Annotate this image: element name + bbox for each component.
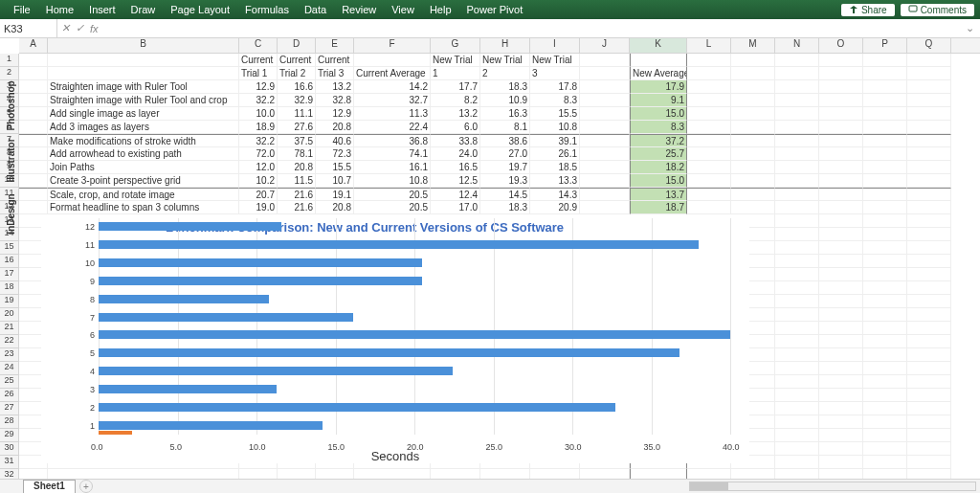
cell[interactable] [731,174,775,188]
cell[interactable] [775,456,819,469]
cell[interactable]: 17.8 [530,80,580,94]
cell[interactable]: 17.9 [630,80,687,94]
cell[interactable]: 8.3 [530,94,580,107]
col-header-C[interactable]: C [239,38,278,53]
cell[interactable] [907,228,951,241]
cell[interactable]: 16.5 [431,161,480,174]
cell[interactable] [19,80,48,94]
cell[interactable]: 18.3 [480,201,530,214]
cell[interactable] [630,54,687,67]
cell[interactable] [19,121,48,134]
cell[interactable]: 13.7 [630,188,687,201]
cell[interactable] [819,80,863,94]
cell[interactable] [819,174,863,188]
comments-button[interactable]: Comments [901,4,974,16]
cell[interactable]: 16.1 [354,161,431,174]
cell[interactable] [907,107,951,121]
cell[interactable]: 27.0 [480,147,530,161]
cell[interactable] [907,54,951,67]
cell[interactable]: 40.6 [316,134,354,147]
cell[interactable] [819,121,863,134]
cell[interactable] [819,322,863,335]
cell[interactable]: 8.1 [480,121,530,134]
cell[interactable]: Scale, crop, and rotate image [48,188,239,201]
cell[interactable] [775,429,819,442]
cell[interactable] [863,348,907,362]
cell[interactable]: Current Average [354,67,431,80]
cell[interactable] [354,469,431,479]
cell[interactable] [775,402,819,415]
menu-formulas[interactable]: Formulas [237,4,297,15]
cell[interactable] [19,174,48,188]
cell[interactable]: 12.5 [431,174,480,188]
cell[interactable]: New Trial [480,54,530,67]
expand-formula-icon[interactable]: ⌄ [960,22,980,34]
cell[interactable] [863,147,907,161]
cell[interactable] [819,161,863,174]
cell[interactable]: 19.1 [316,188,354,201]
column-headers[interactable]: ABCDEFGHIJKLMNOPQ [19,38,980,54]
cell[interactable] [863,134,907,147]
cell[interactable]: 33.8 [431,134,480,147]
cell[interactable] [907,415,951,429]
col-header-B[interactable]: B [48,38,239,53]
cell[interactable] [907,362,951,375]
cell[interactable] [580,67,630,80]
row-header-18[interactable]: 18 [0,281,18,295]
cell[interactable] [863,80,907,94]
name-box[interactable]: K33 [0,19,57,37]
cell[interactable]: 18.5 [530,161,580,174]
row-header-2[interactable]: 2 [0,67,18,80]
cell[interactable] [819,201,863,214]
cell[interactable]: 11.5 [278,174,316,188]
menu-review[interactable]: Review [334,4,384,15]
row-header-25[interactable]: 25 [0,375,18,389]
cell[interactable] [819,402,863,415]
menu-home[interactable]: Home [38,4,81,15]
cell[interactable] [819,94,863,107]
cell[interactable] [580,147,630,161]
spreadsheet-grid[interactable]: ABCDEFGHIJKLMNOPQ 1234567891011121314151… [0,38,980,479]
cell[interactable]: 19.3 [480,174,530,188]
cell[interactable] [431,469,480,479]
col-header-Q[interactable]: Q [907,38,951,53]
cell[interactable] [819,281,863,295]
cell[interactable] [687,188,731,201]
cell[interactable] [775,295,819,308]
cell[interactable] [775,415,819,429]
cell[interactable] [907,214,951,228]
cell[interactable]: 10.8 [354,174,431,188]
cell[interactable] [907,134,951,147]
cell[interactable] [731,134,775,147]
cell[interactable] [19,54,48,67]
cell[interactable] [863,415,907,429]
cell[interactable] [907,348,951,362]
cell[interactable] [863,54,907,67]
cell[interactable] [819,429,863,442]
menu-power-pivot[interactable]: Power Pivot [459,4,531,15]
cell[interactable] [580,121,630,134]
row-header-1[interactable]: 1 [0,54,18,67]
col-header-G[interactable]: G [431,38,480,53]
cell[interactable] [731,107,775,121]
cell[interactable]: 18.3 [480,80,530,94]
cell[interactable] [819,415,863,429]
cell[interactable] [863,188,907,201]
cell[interactable] [19,147,48,161]
cell[interactable] [819,456,863,469]
cell[interactable] [819,241,863,255]
cell[interactable]: Format headline to span 3 columns [48,201,239,214]
cell[interactable] [354,54,431,67]
cell[interactable]: 72.3 [316,147,354,161]
menu-file[interactable]: File [6,4,38,15]
col-header-N[interactable]: N [775,38,819,53]
cell[interactable]: Join Paths [48,161,239,174]
cell[interactable] [907,147,951,161]
cell[interactable]: 37.5 [278,134,316,147]
cell[interactable] [775,107,819,121]
menu-insert[interactable]: Insert [81,4,123,15]
cell[interactable] [907,456,951,469]
cell[interactable] [19,94,48,107]
cell[interactable] [863,456,907,469]
cell[interactable] [907,469,951,479]
